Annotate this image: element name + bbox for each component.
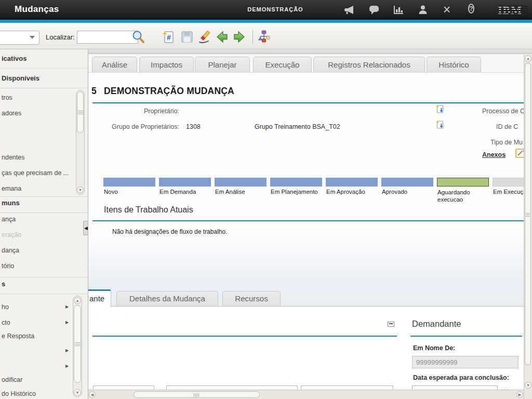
scrollbar-thumb[interactable]: [525, 63, 531, 365]
scroll-up-icon[interactable]: ▲: [525, 55, 531, 62]
owner-group-label: Grupo de Proprietários:: [88, 123, 179, 130]
sidebar-collapse-handle[interactable]: ◀: [83, 221, 88, 235]
detail-menu-icon[interactable]: [435, 120, 445, 129]
titlebar: Mudanças DEMONSTRAÇÃO × ? IBM: [0, 0, 532, 20]
close-session-icon[interactable]: ×: [440, 4, 454, 16]
chat-icon[interactable]: [367, 4, 381, 16]
select-caret-icon: [30, 36, 35, 39]
new-record-icon[interactable]: #: [161, 30, 176, 44]
content-background: [88, 236, 532, 289]
sidebar-query-item[interactable]: ndentes: [2, 154, 24, 161]
scroll-down-icon[interactable]: ▼: [77, 187, 84, 193]
submenu-arrow-icon: ▶: [65, 304, 69, 309]
next-record-icon[interactable]: [232, 30, 247, 44]
sidebar-section-more-actions[interactable]: s: [2, 280, 5, 288]
svg-text:#: #: [167, 33, 171, 42]
status-bar: [326, 178, 378, 187]
title-rule: [92, 102, 532, 103]
scroll-up-icon[interactable]: ▲: [74, 297, 81, 304]
view-select[interactable]: [0, 31, 39, 45]
sidebar-actions-scrollbar[interactable]: ▲ ▼: [73, 296, 82, 397]
search-icon[interactable]: [131, 30, 145, 44]
sidebar-section-common-actions[interactable]: muns: [2, 199, 20, 207]
previous-record-icon[interactable]: [215, 30, 229, 44]
main-content-window: Análise Impactos Planejar Execução Regis…: [88, 49, 532, 399]
scrollbar-corner: [524, 390, 532, 399]
sidebar-action-item-disabled: eração: [2, 231, 21, 238]
sidebar-more-item[interactable]: ho: [2, 303, 9, 311]
process-label-fragment: Processo de C: [482, 108, 525, 115]
submenu-arrow-icon: ▶: [65, 364, 69, 368]
subtab-demandante-active[interactable]: ante: [88, 289, 111, 307]
scroll-down-icon[interactable]: ▼: [525, 382, 531, 389]
find-label: Localizar:: [46, 33, 75, 41]
on-behalf-of-input[interactable]: [412, 356, 518, 368]
sidebar-more-item[interactable]: e Resposta: [2, 332, 34, 340]
status-label: Em Demanda: [159, 189, 196, 195]
sidebar-divider: [0, 294, 88, 294]
sidebar-queries-scrollbar[interactable]: ▼: [76, 90, 85, 195]
scroll-right-icon[interactable]: ▶: [516, 391, 523, 398]
demandante-rule: [410, 336, 522, 337]
scrollbar-thumb[interactable]: [74, 305, 81, 383]
find-input[interactable]: [77, 31, 138, 44]
sidebar-more-item[interactable]: do Histórico: [2, 390, 36, 397]
sidebar-section-available-queries[interactable]: Disponíveis: [2, 74, 39, 82]
subtab-detalhes-da-mudanca[interactable]: Detalhes da Mudança: [116, 291, 218, 307]
sidebar-action-item[interactable]: dança: [2, 247, 19, 254]
clear-changes-icon[interactable]: [197, 30, 212, 44]
ibm-logo: IBM: [498, 4, 528, 16]
scrollbar-grip: [526, 212, 530, 217]
app-title: Mudanças: [15, 4, 59, 15]
sidebar-query-item[interactable]: ças que precisam de ...: [2, 169, 69, 177]
tab-historico[interactable]: Histórico: [427, 57, 481, 72]
help-icon[interactable]: ?: [464, 4, 478, 16]
sidebar-section-applications[interactable]: icativos: [2, 55, 26, 62]
scroll-down-icon[interactable]: ▼: [74, 389, 81, 396]
record-id-fragment: 5: [91, 86, 97, 97]
sidebar-action-item[interactable]: tório: [2, 262, 14, 270]
sidebar-action-item[interactable]: ança: [2, 216, 16, 223]
status-bar: [159, 178, 211, 187]
status-step-em-demanda: Em Demanda: [159, 178, 211, 187]
scroll-left-icon[interactable]: ◀: [89, 391, 96, 398]
scrollbar-grip: [75, 342, 80, 346]
sidebar-divider: [0, 88, 88, 88]
scrollbar-grip: [78, 111, 83, 114]
status-label: Em Planejamento: [271, 189, 318, 195]
scrollbar-thumb[interactable]: [77, 91, 84, 133]
subtab-recursos[interactable]: Recursos: [222, 291, 281, 307]
scrollbar-thumb[interactable]: [134, 391, 260, 398]
attachments-link[interactable]: Anexos: [482, 151, 506, 158]
report-chart-icon[interactable]: [392, 4, 405, 16]
vertical-scrollbar[interactable]: ▲ ▼: [524, 55, 532, 390]
tab-analise[interactable]: Análise: [92, 57, 137, 72]
tab-impactos[interactable]: Impactos: [139, 57, 194, 72]
demandante-section-title: Demandante: [412, 319, 461, 329]
application-window: Mudanças DEMONSTRAÇÃO × ? IBM Localizar:: [0, 0, 532, 399]
status-bar: [381, 178, 433, 187]
tab-planejar[interactable]: Planejar: [195, 57, 250, 72]
status-step-aprovado: Aprovado: [381, 178, 433, 187]
sidebar-divider: [0, 277, 88, 277]
profile-icon[interactable]: [416, 4, 430, 16]
horizontal-scrollbar[interactable]: ◀ ▶: [88, 390, 524, 399]
status-label: Aprovado: [382, 189, 407, 195]
tab-execucao[interactable]: Execução: [253, 57, 312, 72]
announcement-icon[interactable]: [343, 4, 356, 16]
sidebar-more-item[interactable]: cto: [2, 319, 10, 326]
owner-group-description: Grupo Treinamento BSA_T02: [255, 123, 340, 130]
window-top-strip: [88, 49, 532, 54]
tab-registros-relacionados[interactable]: Registros Relacionados: [313, 57, 425, 72]
minimize-section-icon[interactable]: [388, 322, 394, 327]
sidebar-query-item[interactable]: emana: [2, 185, 21, 192]
sidebar-more-item[interactable]: odificar: [2, 376, 22, 383]
sidebar-query-item[interactable]: tros: [2, 94, 12, 101]
detail-menu-icon[interactable]: [435, 104, 445, 114]
on-behalf-of-label: Em Nome De:: [413, 344, 455, 352]
status-step-em-analise: Em Análise: [215, 178, 267, 187]
workflow-icon[interactable]: [257, 30, 271, 44]
submenu-arrow-icon: ▶: [65, 320, 69, 325]
owner-label: Proprietário:: [88, 108, 179, 115]
sidebar-query-item[interactable]: adores: [2, 110, 21, 117]
